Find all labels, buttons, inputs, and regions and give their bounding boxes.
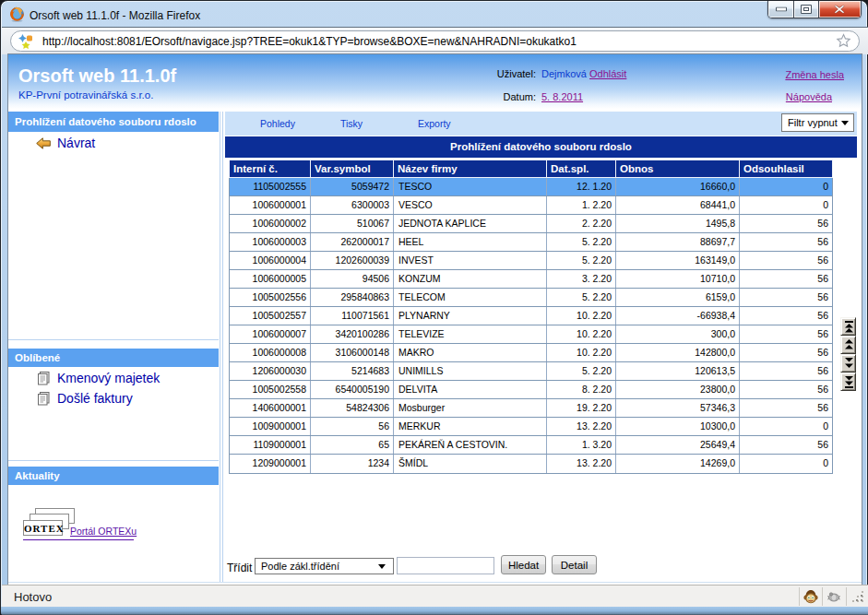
cell-odsouhlasil: 56 — [740, 307, 832, 325]
ortex-portal-link[interactable]: ORTEX Portál ORTEXu — [23, 514, 134, 540]
cell-odsouhlasil: 56 — [740, 233, 832, 251]
favorite-link[interactable]: Došlé faktury — [57, 391, 133, 406]
page-down-button[interactable] — [840, 354, 856, 373]
back-nav-item[interactable]: Návrat — [36, 136, 95, 150]
sidebar-divider — [8, 460, 219, 461]
close-button[interactable] — [819, 1, 861, 18]
page-up-button[interactable] — [840, 336, 856, 354]
table-row[interactable]: 10060000073420100286TELEVIZE10. 2.20300,… — [230, 325, 832, 344]
cell-obnos: 10710,0 — [616, 270, 740, 288]
sidebar-panel-title: Prohlížení datového souboru rdoslo — [8, 112, 219, 132]
table-row[interactable]: 12060000305214683UNIMILLS5. 2.20120613,5… — [230, 362, 832, 381]
cell-var-symbol: 94506 — [311, 270, 394, 288]
help-link[interactable]: Nápověda — [786, 91, 832, 102]
cell-odsouhlasil: 56 — [740, 270, 832, 288]
change-password-link[interactable]: Změna hesla — [785, 69, 844, 80]
cell-odsouhlasil: 0 — [740, 455, 832, 473]
column-header-dat-spl[interactable]: Dat.spl. — [547, 160, 616, 177]
filter-select[interactable]: Filtr vypnut — [781, 113, 854, 132]
table-body: 11050025555059472TESCO12. 1.2016660,0010… — [229, 178, 833, 474]
scroll-last-button[interactable] — [840, 373, 856, 391]
window-titlebar[interactable]: Orsoft web 11.1.0f - Mozilla Firefox — [1, 1, 867, 27]
splitter[interactable] — [222, 112, 223, 583]
table-row[interactable]: 10060000016300003VESCO1. 2.2068441,00 — [230, 196, 832, 215]
table-row[interactable]: 100600000594506KONZUM3. 2.2010710,056 — [230, 270, 832, 289]
cell-dat-spl: 5. 2.20 — [547, 289, 616, 306]
cell-dat-spl: 12. 1.20 — [547, 178, 616, 195]
detail-button[interactable]: Detail — [552, 555, 597, 574]
search-button[interactable]: Hledat — [501, 555, 546, 574]
table-row[interactable]: 1006000003262000017HEEL5. 2.2088697,756 — [230, 233, 832, 252]
table-row[interactable]: 10060000083106000148MAKRO10. 2.20142800,… — [230, 344, 832, 362]
cell-obnos: -66938,4 — [616, 307, 740, 325]
cell-var-symbol: 54824306 — [311, 399, 394, 417]
bookmark-star-icon[interactable] — [836, 33, 851, 49]
greasemonkey-icon[interactable] — [803, 589, 818, 604]
resize-grip[interactable] — [852, 591, 864, 603]
menu-item-pohledy[interactable]: Pohledy — [260, 118, 295, 129]
cell-nazev-firmy: VESCO — [394, 196, 547, 214]
url-text[interactable]: http://localhost:8081/EOrsoft/navigace.j… — [42, 35, 577, 48]
table-row[interactable]: 10060000041202600039INVEST5. 2.20163149,… — [230, 252, 832, 270]
table-row[interactable]: 140600000154824306Mosburger19. 2.2057346… — [230, 399, 832, 418]
page-down-icon — [844, 358, 854, 370]
user-name-link[interactable]: Dejmková — [541, 68, 587, 79]
cell-dat-spl: 1. 2.20 — [547, 196, 616, 214]
back-arrow-icon — [36, 137, 51, 149]
cell-obnos: 6159,0 — [616, 289, 740, 306]
table-row[interactable]: 110900000165PEKÁREŇ A CESTOVIN.1. 3.2025… — [230, 436, 832, 455]
url-bar[interactable]: http://localhost:8081/EOrsoft/navigace.j… — [10, 30, 860, 52]
cell-nazev-firmy: HEEL — [394, 233, 547, 251]
maximize-button[interactable] — [794, 1, 818, 18]
cell-obnos: 163149,0 — [616, 252, 740, 269]
statusbar-divider — [799, 587, 800, 606]
table-row[interactable]: 100900000156MERKUR13. 2.2010300,00 — [230, 418, 832, 436]
cell-interni-c: 1006000007 — [230, 325, 311, 343]
search-input[interactable] — [397, 557, 494, 574]
table-row[interactable]: 10050025586540005190DELVITA8. 2.2023800,… — [230, 381, 832, 399]
cell-interni-c: 1005002556 — [230, 289, 311, 306]
status-text: Hotovo — [14, 590, 52, 604]
logout-link[interactable]: Odhlásit — [589, 68, 626, 79]
table-row[interactable]: 11050025555059472TESCO12. 1.2016660,00 — [230, 178, 832, 196]
splitter[interactable] — [220, 112, 220, 583]
minimize-button[interactable] — [768, 1, 794, 18]
favorite-item[interactable]: Kmenový majetek — [36, 370, 160, 385]
column-header-obnos[interactable]: Obnos — [616, 160, 740, 177]
cell-nazev-firmy: DELVITA — [394, 381, 547, 398]
menu-item-exporty[interactable]: Exporty — [418, 118, 451, 129]
cell-interni-c: 1006000008 — [230, 344, 311, 361]
date-label: Datum: — [471, 91, 536, 102]
sort-select[interactable]: Podle zákl.třídění — [255, 558, 394, 574]
table-row[interactable]: 12090000011234ŠMÍDL13. 2.2014269,00 — [230, 455, 832, 473]
column-header-var-symbol[interactable]: Var.symbol — [311, 160, 394, 177]
cell-var-symbol: 295840863 — [311, 289, 394, 306]
cell-var-symbol: 510067 — [311, 215, 394, 232]
cell-dat-spl: 5. 2.20 — [547, 362, 616, 380]
date-link[interactable]: 5. 8.2011 — [541, 91, 583, 102]
cell-obnos: 14269,0 — [616, 455, 740, 473]
statusbar-divider — [822, 587, 823, 606]
cell-interni-c: 1406000001 — [230, 399, 311, 417]
scroll-first-button[interactable] — [840, 317, 856, 336]
column-header-odsouhlasil[interactable]: Odsouhlasil — [740, 160, 832, 177]
cell-interni-c: 1009000001 — [230, 418, 311, 435]
cell-odsouhlasil: 56 — [740, 399, 832, 417]
column-header-nazev-firmy[interactable]: Název firmy — [394, 160, 547, 177]
favorite-item[interactable]: Došlé faktury — [36, 390, 133, 406]
menu-item-tisky[interactable]: Tisky — [340, 118, 363, 129]
table-row[interactable]: 1006000002510067JEDNOTA KAPLICE2. 2.2014… — [230, 215, 832, 233]
column-header-interni-c[interactable]: Interní č. — [230, 160, 311, 177]
cell-nazev-firmy: INVEST — [394, 252, 547, 269]
favorite-link[interactable]: Kmenový majetek — [57, 371, 160, 385]
cell-obnos: 68441,0 — [616, 196, 740, 214]
cell-obnos: 57346,3 — [616, 399, 740, 417]
firebug-icon[interactable] — [826, 589, 841, 604]
table-row[interactable]: 1005002557110071561PLYNARNY10. 2.20-6693… — [230, 307, 832, 325]
site-favicon — [18, 34, 33, 49]
main-area: Pohledy Tisky Exporty Filtr vypnut Prohl… — [225, 112, 857, 583]
table-row[interactable]: 1005002556295840863TELECOM5. 2.206159,05… — [230, 289, 832, 307]
cell-nazev-firmy: TELECOM — [394, 289, 547, 306]
navigation-toolbar: http://localhost:8081/EOrsoft/navigace.j… — [2, 27, 868, 54]
back-link[interactable]: Návrat — [57, 136, 95, 150]
